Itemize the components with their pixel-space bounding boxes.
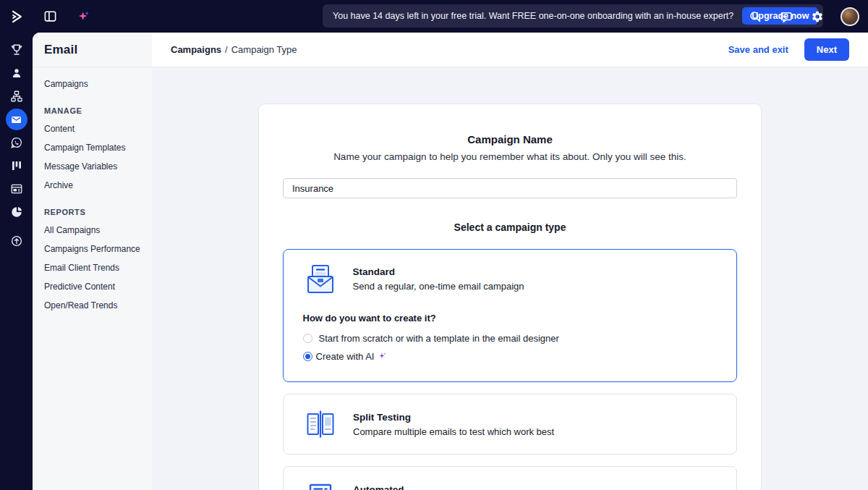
automated-head: Automated Create custom sequences of ema… bbox=[303, 479, 717, 490]
sidebar-item-email-client-trends[interactable]: Email Client Trends bbox=[33, 258, 152, 277]
deals-icon[interactable] bbox=[5, 154, 28, 177]
contacts-icon[interactable] bbox=[5, 62, 28, 85]
panel-toggle-icon[interactable] bbox=[42, 9, 58, 25]
radio-start-label: Start from scratch or with a template in… bbox=[319, 333, 559, 344]
campaign-setup-card: Campaign Name Name your campaign to help… bbox=[258, 104, 762, 490]
sidebar-item-content[interactable]: Content bbox=[33, 119, 152, 138]
radio-ai-label: Create with AI bbox=[316, 351, 375, 362]
automated-title: Automated bbox=[353, 484, 593, 490]
sidebar-item-message-variables[interactable]: Message Variables bbox=[33, 157, 152, 176]
sidebar-header: Email bbox=[33, 33, 152, 67]
automated-texts: Automated Create custom sequences of ema… bbox=[353, 484, 593, 490]
main-column: Campaigns / Campaign Type Save and exit … bbox=[152, 33, 868, 490]
topbar-right-icons bbox=[747, 0, 859, 33]
breadcrumb-separator: / bbox=[225, 44, 228, 55]
sidebar-item-all-campaigns[interactable]: All Campaigns bbox=[33, 221, 152, 240]
next-button[interactable]: Next bbox=[804, 38, 849, 61]
breadcrumb-current: Campaign Type bbox=[231, 44, 297, 55]
email-icon[interactable] bbox=[6, 109, 27, 130]
automated-flow-icon bbox=[303, 479, 338, 490]
conversations-icon[interactable] bbox=[5, 131, 28, 154]
type-card-automated[interactable]: Automated Create custom sequences of ema… bbox=[283, 466, 737, 490]
search-icon[interactable] bbox=[747, 9, 763, 25]
automations-icon[interactable] bbox=[5, 85, 28, 108]
campaign-name-subtitle: Name your campaign to help you remember … bbox=[283, 151, 737, 162]
app-rail bbox=[0, 33, 33, 490]
page-header: Campaigns / Campaign Type Save and exit … bbox=[152, 33, 868, 67]
standard-envelope-icon bbox=[303, 262, 338, 297]
ai-sparkle-small-icon bbox=[378, 350, 387, 363]
header-actions: Save and exit Next bbox=[728, 38, 849, 61]
growth-icon[interactable] bbox=[5, 229, 28, 253]
save-and-exit-link[interactable]: Save and exit bbox=[728, 44, 788, 55]
radio-dot bbox=[305, 354, 310, 359]
select-type-title: Select a campaign type bbox=[283, 221, 737, 233]
create-method-block: How do you want to create it? Start from… bbox=[303, 313, 718, 363]
activecampaign-logo[interactable] bbox=[9, 9, 25, 25]
content-area: Campaign Name Name your campaign to help… bbox=[152, 67, 868, 490]
website-icon[interactable] bbox=[5, 177, 28, 200]
sidebar-item-archive[interactable]: Archive bbox=[33, 176, 152, 195]
sidebar-heading-manage: MANAGE bbox=[33, 102, 152, 119]
topbar-left-icons bbox=[9, 0, 91, 33]
sidebar-item-campaigns-performance[interactable]: Campaigns Performance bbox=[33, 240, 152, 258]
standard-texts: Standard Send a regular, one-time email … bbox=[353, 266, 524, 292]
reports-icon[interactable] bbox=[5, 200, 28, 224]
split-head: Split Testing Compare multiple emails to… bbox=[303, 407, 717, 442]
sidebar-item-campaign-templates[interactable]: Campaign Templates bbox=[33, 138, 152, 157]
sidebar-item-campaigns[interactable]: Campaigns bbox=[33, 75, 152, 93]
split-testing-icon bbox=[303, 407, 338, 442]
trial-banner-text: You have 14 days left in your free trial… bbox=[333, 11, 733, 21]
split-texts: Split Testing Compare multiple emails to… bbox=[353, 412, 554, 437]
campaign-name-input[interactable] bbox=[283, 178, 737, 198]
standard-title: Standard bbox=[353, 266, 524, 277]
split-title: Split Testing bbox=[353, 412, 554, 423]
breadcrumb-campaigns[interactable]: Campaigns bbox=[171, 44, 221, 55]
split-description: Compare multiple emails to test which wo… bbox=[353, 426, 554, 437]
sidebar-heading-reports: REPORTS bbox=[33, 203, 152, 221]
sidebar-item-predictive-content[interactable]: Predictive Content bbox=[33, 277, 152, 296]
app-frame: Email Campaigns MANAGE Content Campaign … bbox=[33, 33, 868, 490]
standard-description: Send a regular, one-time email campaign bbox=[353, 281, 524, 292]
standard-head: Standard Send a regular, one-time email … bbox=[303, 262, 718, 297]
sidebar-title: Email bbox=[44, 43, 77, 57]
radio-start-from-scratch[interactable]: Start from scratch or with a template in… bbox=[303, 333, 718, 344]
user-avatar[interactable] bbox=[841, 7, 859, 26]
type-card-standard[interactable]: Standard Send a regular, one-time email … bbox=[283, 249, 737, 382]
type-card-split-testing[interactable]: Split Testing Compare multiple emails to… bbox=[283, 394, 737, 455]
radio-unchecked-icon[interactable] bbox=[303, 334, 312, 343]
messages-icon[interactable] bbox=[778, 9, 794, 25]
campaign-name-title: Campaign Name bbox=[283, 133, 737, 145]
email-sidebar: Email Campaigns MANAGE Content Campaign … bbox=[33, 33, 152, 490]
create-question: How do you want to create it? bbox=[303, 313, 718, 324]
getting-started-trophy-icon[interactable] bbox=[5, 38, 28, 62]
breadcrumb: Campaigns / Campaign Type bbox=[171, 44, 297, 55]
ai-sparkle-icon[interactable] bbox=[75, 9, 91, 25]
sidebar-nav: Campaigns MANAGE Content Campaign Templa… bbox=[33, 67, 152, 315]
top-bar: You have 14 days left in your free trial… bbox=[0, 0, 868, 33]
settings-gear-icon[interactable] bbox=[809, 9, 825, 25]
radio-create-with-ai[interactable]: Create with AI bbox=[303, 350, 718, 363]
sidebar-item-open-read-trends[interactable]: Open/Read Trends bbox=[33, 296, 152, 315]
radio-checked-icon[interactable] bbox=[303, 352, 312, 361]
